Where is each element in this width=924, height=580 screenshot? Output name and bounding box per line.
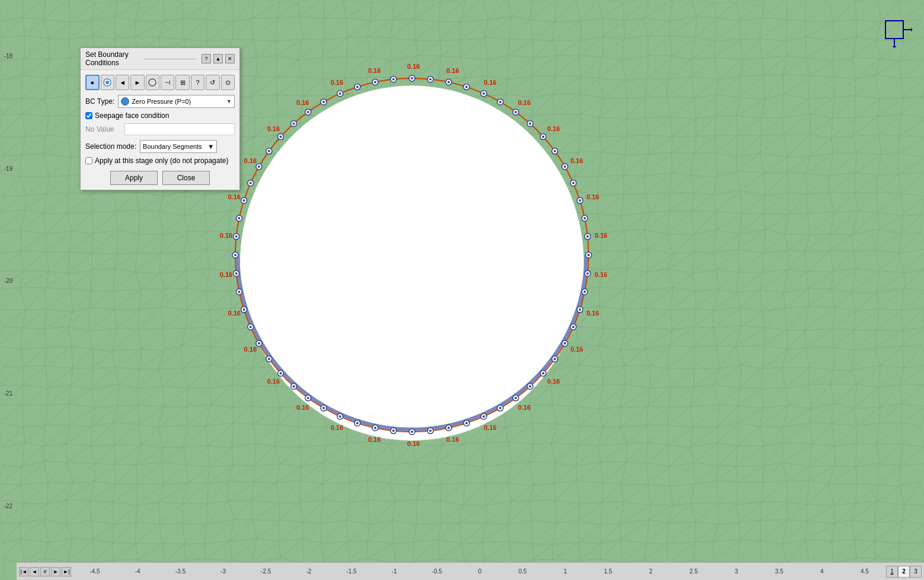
tool-select-boundary[interactable] xyxy=(101,75,114,90)
tab-1[interactable]: 1 xyxy=(886,566,898,578)
tool-select-all[interactable]: ● xyxy=(85,75,100,90)
apply-button[interactable]: Apply xyxy=(110,171,158,185)
x-label: -2 xyxy=(287,568,330,575)
propagate-checkbox[interactable] xyxy=(85,157,92,164)
x-label: -1.5 xyxy=(330,568,373,575)
svg-marker-154 xyxy=(911,28,912,31)
seepage-face-checkbox[interactable] xyxy=(85,112,92,119)
selection-mode-value: Boundary Segments xyxy=(143,143,205,150)
y-label: -20 xyxy=(4,278,12,284)
no-value-row: No Value xyxy=(85,123,235,135)
tool-prev[interactable]: ◄ xyxy=(116,75,129,90)
x-label: -0.5 xyxy=(415,568,458,575)
selection-mode-select[interactable]: Boundary Segments ▼ xyxy=(140,140,217,153)
propagate-row: Apply at this stage only (do not propaga… xyxy=(85,157,235,165)
close-dialog-btn[interactable]: ✕ xyxy=(225,54,235,63)
tab-bar: 1 2 3 xyxy=(886,566,922,578)
tool-help[interactable]: ? xyxy=(191,75,204,90)
x-label: 0 xyxy=(458,568,501,575)
nav-hash[interactable]: # xyxy=(40,567,50,576)
x-label: 3 xyxy=(715,568,757,575)
x-label: 1.5 xyxy=(587,568,629,575)
close-button[interactable]: Close xyxy=(162,171,210,185)
y-label: -18 xyxy=(4,53,12,59)
y-label: -22 xyxy=(4,503,12,509)
x-label: 4 xyxy=(801,568,843,575)
scale-indicator xyxy=(883,18,912,49)
seepage-face-row: Seepage face condition xyxy=(85,111,235,120)
selection-mode-label: Selection mode: xyxy=(85,142,136,151)
no-value-input[interactable] xyxy=(124,123,235,135)
nav-next[interactable]: ► xyxy=(51,567,60,576)
x-label: 2 xyxy=(629,568,672,575)
dialog-body: ● ◄ ► ⊣ ⊞ ? ↺ ⊙ BC Type: Zero Pressure (… xyxy=(81,70,239,190)
bc-type-arrow: ▼ xyxy=(226,98,232,104)
bc-type-label: BC Type: xyxy=(85,97,114,106)
svg-point-159 xyxy=(149,79,156,86)
selection-mode-row: Selection mode: Boundary Segments ▼ xyxy=(85,140,235,153)
minimize-btn[interactable]: ▲ xyxy=(213,54,223,63)
y-label: -21 xyxy=(4,390,12,397)
x-label: 1 xyxy=(544,568,587,575)
tab-2[interactable]: 2 xyxy=(898,566,910,578)
nav-last[interactable]: ►| xyxy=(62,567,71,576)
tool-info[interactable]: ⊙ xyxy=(221,75,235,90)
bc-type-select[interactable]: Zero Pressure (P=0) ▼ xyxy=(118,95,235,108)
propagate-label: Apply at this stage only (do not propaga… xyxy=(95,157,228,165)
x-label: -4 xyxy=(116,568,159,575)
x-axis-bar: |◄ ◄ # ► ►| -4.5 -4 -3.5 -3 -2.5 -2 -1.5… xyxy=(17,562,924,580)
x-label: 4.5 xyxy=(843,568,886,575)
selection-arrow-icon: ▼ xyxy=(207,143,214,150)
dialog-titlebar: Set Boundary Conditions ? ▲ ✕ xyxy=(81,48,239,70)
x-label: -2.5 xyxy=(245,568,287,575)
x-axis-nav: |◄ ◄ # ► ►| xyxy=(17,567,73,576)
x-label: -3.5 xyxy=(159,568,202,575)
y-axis: -18 -19 -20 -21 -22 xyxy=(0,0,17,562)
svg-rect-152 xyxy=(885,21,903,39)
tool-multi-select[interactable]: ⊞ xyxy=(175,75,189,90)
x-label: 3.5 xyxy=(758,568,801,575)
bc-type-icon xyxy=(121,97,129,106)
tool-reset[interactable]: ↺ xyxy=(206,75,219,90)
seepage-face-label: Seepage face condition xyxy=(95,111,169,120)
bc-type-value: Zero Pressure (P=0) xyxy=(132,98,224,105)
nav-prev[interactable]: ◄ xyxy=(30,567,39,576)
y-label: -19 xyxy=(4,165,12,172)
x-label: -1 xyxy=(373,568,415,575)
x-label: -4.5 xyxy=(73,568,116,575)
dialog-title: Set Boundary Conditions xyxy=(85,50,138,67)
dialog-buttons: Apply Close xyxy=(85,171,235,185)
set-boundary-conditions-dialog: Set Boundary Conditions ? ▲ ✕ ● ◄ ► ⊣ ⊞ … xyxy=(80,47,240,190)
svg-marker-156 xyxy=(893,46,896,47)
svg-point-158 xyxy=(105,81,109,84)
tool-next[interactable]: ► xyxy=(130,75,144,90)
tool-circle-select[interactable] xyxy=(146,75,159,90)
bc-type-row: BC Type: Zero Pressure (P=0) ▼ xyxy=(85,95,235,108)
tool-segment-select[interactable]: ⊣ xyxy=(161,75,174,90)
x-label: -3 xyxy=(202,568,244,575)
nav-first[interactable]: |◄ xyxy=(19,567,28,576)
x-label: 0.5 xyxy=(501,568,544,575)
tab-3[interactable]: 3 xyxy=(910,566,922,578)
x-label: 2.5 xyxy=(672,568,715,575)
no-value-label: No Value xyxy=(85,125,121,133)
bc-toolbar: ● ◄ ► ⊣ ⊞ ? ↺ ⊙ xyxy=(85,75,235,90)
help-icon-btn[interactable]: ? xyxy=(202,54,211,63)
